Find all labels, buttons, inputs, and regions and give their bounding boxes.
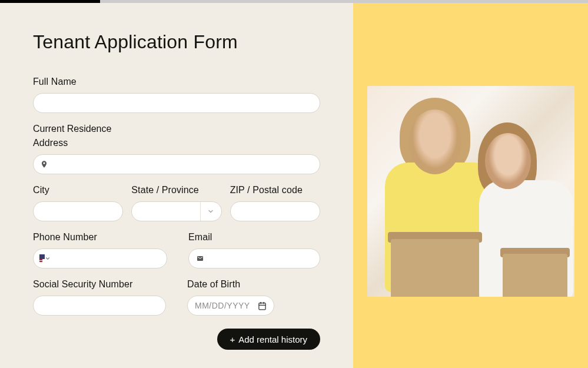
chevron-down-icon	[200, 202, 221, 221]
email-input-wrap	[188, 248, 320, 268]
dob-input-wrap[interactable]	[187, 296, 274, 316]
location-pin-icon	[40, 159, 48, 170]
us-flag-icon[interactable]	[39, 254, 42, 263]
address-input-wrap	[33, 154, 320, 174]
address-label: Address	[33, 138, 320, 148]
email-group: Email	[188, 232, 320, 268]
page-container: Tenant Application Form Full Name Curren…	[0, 3, 588, 368]
full-name-label: Full Name	[33, 77, 320, 87]
zip-input[interactable]	[230, 201, 320, 221]
chevron-down-icon[interactable]	[45, 253, 51, 264]
city-label: City	[33, 185, 123, 195]
envelope-icon	[195, 255, 205, 262]
state-group: State / Province	[131, 185, 221, 221]
address-group	[33, 154, 320, 174]
email-label: Email	[188, 232, 320, 243]
svg-rect-0	[259, 303, 265, 309]
ssn-input[interactable]	[33, 296, 166, 316]
calendar-icon[interactable]	[258, 301, 267, 310]
address-input[interactable]	[33, 154, 320, 174]
ssn-group: Social Security Number	[33, 279, 166, 316]
city-input[interactable]	[33, 201, 123, 221]
phone-label: Phone Number	[33, 232, 167, 243]
photo-panel	[353, 3, 588, 368]
plus-icon: +	[230, 334, 235, 344]
dob-group: Date of Birth	[187, 279, 320, 316]
phone-group: Phone Number	[33, 232, 167, 268]
dob-label: Date of Birth	[187, 279, 320, 290]
phone-email-row: Phone Number Email	[33, 232, 320, 268]
city-group: City	[33, 185, 123, 221]
ssn-dob-row: Social Security Number Date of Birth	[33, 279, 320, 316]
ssn-label: Social Security Number	[33, 279, 166, 290]
phone-input-wrap[interactable]	[33, 248, 167, 268]
form-panel: Tenant Application Form Full Name Curren…	[0, 3, 353, 368]
full-name-input[interactable]	[33, 93, 320, 113]
page-title: Tenant Application Form	[33, 31, 320, 53]
hero-photo	[367, 86, 574, 297]
current-residence-heading: Current Residence	[33, 124, 320, 134]
city-state-zip-row: City State / Province ZIP / Postal code	[33, 185, 320, 221]
state-label: State / Province	[131, 185, 221, 195]
phone-input[interactable]	[55, 254, 158, 263]
add-rental-history-label: Add rental history	[238, 334, 307, 344]
email-input[interactable]	[188, 248, 320, 268]
state-select-value	[132, 202, 200, 221]
state-select[interactable]	[131, 201, 221, 221]
add-rental-history-button[interactable]: + Add rental history	[217, 329, 321, 350]
zip-group: ZIP / Postal code	[230, 185, 320, 221]
zip-label: ZIP / Postal code	[230, 185, 320, 195]
full-name-group: Full Name	[33, 77, 320, 113]
dob-input[interactable]	[195, 301, 254, 310]
